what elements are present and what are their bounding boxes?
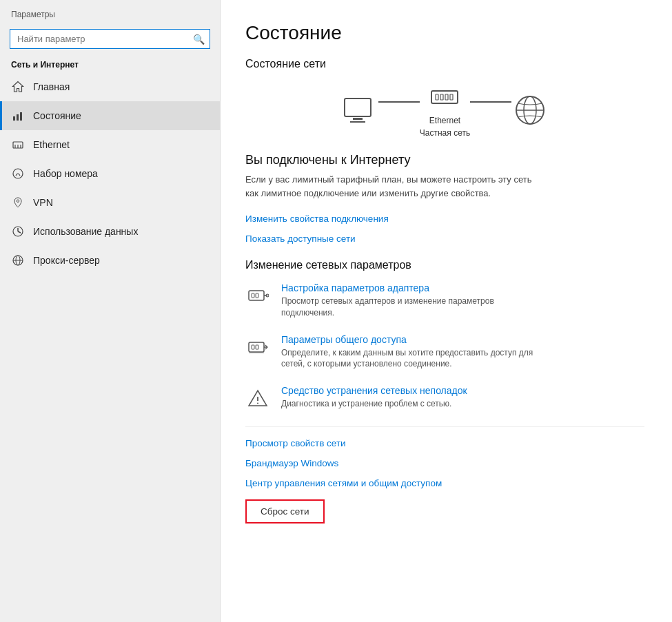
svg-rect-24: [252, 293, 254, 298]
proxy-icon: [11, 253, 25, 267]
adapter-settings-desc: Просмотр сетевых адаптеров и изменение п…: [281, 296, 543, 319]
svg-rect-23: [249, 291, 264, 300]
sharing-settings-text: Параметры общего доступа Определите, к к…: [281, 334, 543, 371]
windows-firewall-link[interactable]: Брандмауэр Windows: [245, 455, 338, 471]
globe-icon: [511, 95, 549, 125]
sidebar-item-vpn[interactable]: VPN: [0, 188, 220, 217]
troubleshoot-icon: [245, 386, 270, 411]
sidebar-item-label-dialup: Набор номера: [33, 168, 98, 179]
adapter-settings-text: Настройка параметров адаптера Просмотр с…: [281, 282, 543, 319]
internet-node: [511, 95, 549, 125]
adapter-settings-item: Настройка параметров адаптера Просмотр с…: [245, 282, 644, 319]
svg-rect-13: [353, 118, 363, 120]
sidebar-item-dialup[interactable]: Набор номера: [0, 159, 220, 188]
ethernet-label: Ethernet: [429, 116, 460, 125]
reset-network-button[interactable]: Сброс сети: [245, 499, 325, 523]
view-network-properties-link[interactable]: Просмотр свойств сети: [245, 435, 346, 451]
svg-rect-17: [440, 94, 443, 100]
page-title: Состояние: [245, 22, 644, 44]
troubleshoot-text: Средство устранения сетевых неполадок Ди…: [281, 385, 467, 410]
svg-rect-19: [450, 94, 453, 100]
svg-rect-29: [252, 345, 254, 349]
sidebar-item-proxy[interactable]: Прокси-сервер: [0, 246, 220, 275]
main-content: Состояние Состояние сети: [221, 0, 672, 622]
data-usage-icon: [11, 225, 25, 238]
troubleshoot-item: Средство устранения сетевых неполадок Ди…: [245, 385, 644, 411]
svg-rect-0: [13, 116, 15, 121]
divider: [245, 426, 644, 427]
network-status-heading: Состояние сети: [245, 58, 644, 70]
sidebar-item-label-data-usage: Использование данных: [33, 226, 138, 237]
network-diagram: Ethernet Частная сеть: [245, 83, 644, 138]
troubleshoot-title[interactable]: Средство устранения сетевых неполадок: [281, 385, 467, 396]
dialup-icon: [11, 167, 25, 180]
svg-rect-16: [436, 94, 438, 100]
sidebar-item-label-proxy: Прокси-сервер: [33, 255, 100, 266]
sidebar-item-ethernet[interactable]: Ethernet: [0, 130, 220, 159]
sidebar-item-label-vpn: VPN: [33, 197, 53, 208]
ethernet-switch-icon: [426, 83, 463, 113]
sharing-settings-item: Параметры общего доступа Определите, к к…: [245, 334, 644, 371]
status-icon: [11, 109, 25, 123]
sharing-settings-title[interactable]: Параметры общего доступа: [281, 334, 543, 345]
sidebar-item-data-usage[interactable]: Использование данных: [0, 217, 220, 246]
sharing-icon: [245, 335, 270, 360]
sidebar-item-label-status: Состояние: [33, 110, 81, 121]
vpn-icon: [11, 196, 25, 209]
connected-title: Вы подключены к Интернету: [245, 153, 644, 167]
app-title: Параметры: [0, 0, 220, 25]
change-section-title: Изменение сетевых параметров: [245, 259, 644, 271]
troubleshoot-desc: Диагностика и устранение проблем с сетью…: [281, 398, 467, 410]
sidebar-item-status[interactable]: Состояние: [0, 101, 220, 130]
search-input[interactable]: [10, 29, 210, 49]
adapter-icon: [245, 284, 270, 309]
svg-rect-18: [445, 94, 448, 100]
connected-desc: Если у вас лимитный тарифный план, вы мо…: [245, 173, 535, 200]
sidebar-item-label-home: Главная: [33, 81, 70, 92]
private-network-label: Частная сеть: [420, 128, 470, 138]
svg-rect-2: [20, 112, 22, 121]
line-left: [378, 101, 420, 103]
svg-rect-12: [345, 99, 371, 116]
show-available-networks-link[interactable]: Показать доступные сети: [245, 231, 356, 247]
svg-rect-1: [17, 114, 19, 121]
change-connection-properties-link[interactable]: Изменить свойства подключения: [245, 211, 389, 227]
svg-point-35: [257, 403, 258, 404]
sidebar-section-label: Сеть и Интернет: [0, 56, 220, 72]
computer-icon: [341, 95, 378, 125]
ethernet-node: Ethernet Частная сеть: [420, 83, 470, 138]
svg-rect-31: [249, 352, 264, 353]
search-box-wrapper: 🔍: [0, 25, 220, 56]
network-sharing-center-link[interactable]: Центр управления сетями и общим доступом: [245, 475, 442, 491]
adapter-settings-title[interactable]: Настройка параметров адаптера: [281, 282, 543, 293]
svg-rect-28: [249, 342, 264, 352]
line-right: [470, 101, 511, 103]
sidebar-item-home[interactable]: Главная: [0, 72, 220, 101]
computer-node: [341, 95, 378, 125]
ethernet-icon: [11, 138, 25, 152]
search-icon[interactable]: 🔍: [193, 34, 205, 45]
sidebar: Параметры 🔍 Сеть и Интернет Главная Сост…: [0, 0, 221, 622]
sidebar-item-label-ethernet: Ethernet: [33, 139, 70, 150]
home-icon: [11, 80, 25, 94]
svg-rect-25: [256, 293, 258, 298]
svg-rect-30: [256, 345, 258, 349]
sharing-settings-desc: Определите, к каким данным вы хотите пре…: [281, 347, 543, 371]
